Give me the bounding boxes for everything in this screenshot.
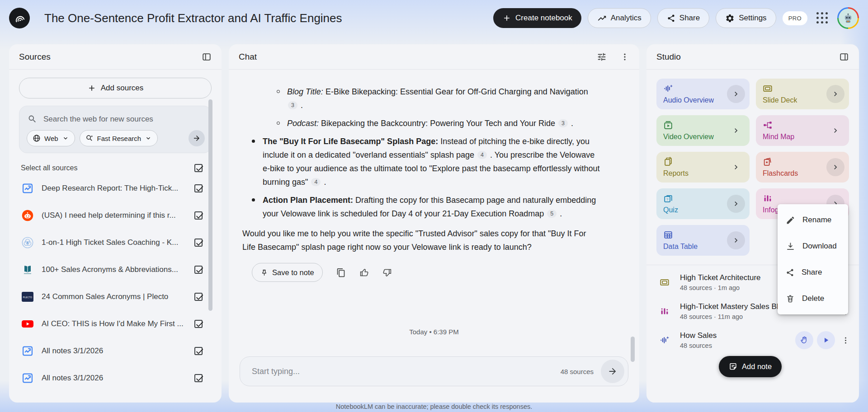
artifact-more-menu-icon[interactable] [839,333,853,347]
source-list-item[interactable]: (USA) I need help determining if this r.… [19,202,212,229]
chat-scrollbar[interactable] [631,337,635,362]
download-icon [786,242,795,251]
studio-tile-slide-deck[interactable]: Slide Deck [756,79,849,109]
studio-tile-label: Quiz [663,206,678,214]
menu-item-share[interactable]: Share [778,259,848,286]
chevron-right-icon[interactable] [826,158,844,176]
studio-tile-label: Reports [663,169,689,178]
plus-icon [502,14,511,23]
share-icon [786,268,794,277]
studio-tile-data-table[interactable]: Data Table [656,225,750,256]
source-list-item[interactable]: PLECTO24 Common Sales Acronyms | Plecto [19,283,212,310]
notebook-title[interactable]: The One-Sentence Profit Extractor and AI… [44,11,342,25]
chevron-right-icon[interactable] [727,85,745,103]
chevron-right-icon[interactable] [727,158,745,176]
source-list-item[interactable]: Deep Research Report: The High-Tick... [19,175,212,202]
select-all-checkbox[interactable] [194,164,203,172]
slide-deck-icon [763,84,797,94]
studio-artifact-row[interactable]: How Sales48 sources [646,326,859,355]
menu-item-download[interactable]: Download [778,233,848,259]
studio-tile-flashcards[interactable]: Flashcards [756,152,849,183]
studio-tile-mind-map[interactable]: Mind Map [756,115,849,146]
copy-icon[interactable] [336,268,346,277]
chat-more-menu-icon[interactable] [620,52,629,61]
chevron-right-icon[interactable] [826,85,844,103]
add-note-button[interactable]: Add note [719,356,782,377]
search-input[interactable]: Search the web for new sources [43,115,153,124]
source-checkbox[interactable] [194,293,203,301]
pencil-icon [786,215,795,225]
studio-tile-audio-overview[interactable]: Audio Overview [656,79,750,109]
search-sparkle-icon [85,134,94,142]
data-table-icon [663,230,698,240]
studio-tile-label: Data Table [663,243,698,251]
interactive-mode-button[interactable] [795,331,813,349]
trash-icon [786,294,795,303]
add-sources-button[interactable]: Add sources [19,78,212,98]
source-checkbox[interactable] [194,211,203,220]
share-button[interactable]: Share [657,8,709,28]
chevron-right-icon[interactable] [826,122,844,140]
citation-chip[interactable]: 5 [547,210,557,218]
source-checkbox[interactable] [194,266,203,274]
video-overview-icon [663,120,714,130]
citation-chip[interactable]: 4 [311,178,321,186]
chat-message: Blog Title: E-Bike Bikepacking: Essentia… [229,70,639,282]
chat-input[interactable]: Start typing... 48 sources [240,356,628,386]
chevron-right-icon[interactable] [727,195,745,213]
chevron-right-icon[interactable] [727,122,745,140]
send-button[interactable] [601,360,624,383]
select-all-sources-label: Select all sources [21,164,77,172]
collapse-studio-panel-icon[interactable] [839,52,849,62]
analytics-button[interactable]: Analytics [588,8,651,28]
source-list-item[interactable]: 1-on-1 High Ticket Sales Coaching - K... [19,229,212,256]
citation-chip[interactable]: 3 [288,101,297,109]
source-checkbox[interactable] [194,374,203,382]
source-list-item[interactable]: AI CEO: THIS is How I'd Make My First ..… [19,310,212,337]
mind-map-icon [763,120,794,130]
source-title: All notes 3/1/2026 [42,374,187,383]
menu-item-delete[interactable]: Delete [778,286,848,312]
thumbs-down-icon[interactable] [382,268,392,277]
google-apps-grid-icon[interactable] [816,12,828,24]
source-list-item[interactable]: All notes 3/1/2026 [19,337,212,365]
book-source-icon [21,263,34,276]
chat-panel: Chat Blog Title: E-Bike Bikepacking: Ess… [229,44,639,403]
source-checkbox[interactable] [194,347,203,355]
source-checkbox[interactable] [194,320,203,328]
studio-tile-quiz[interactable]: ?Quiz [656,188,750,219]
source-title: (USA) I need help determining if this r.… [42,211,187,220]
studio-tile-label: Mind Map [763,133,794,141]
web-filter-dropdown[interactable]: Web [27,130,75,146]
research-mode-dropdown[interactable]: Fast Research [80,130,158,146]
source-title: Deep Research Report: The High-Tick... [42,184,187,193]
source-title: AI CEO: THIS is How I'd Make My First ..… [42,319,187,328]
chevron-down-icon [145,135,152,142]
source-checkbox[interactable] [194,184,203,192]
submit-search-button[interactable] [189,130,205,146]
menu-item-label: Delete [802,294,824,303]
source-list-item[interactable]: All notes 3/1/2026 [19,365,212,392]
gear-icon [725,14,735,23]
thumbs-up-icon[interactable] [359,268,369,277]
menu-item-rename[interactable]: Rename [778,207,848,233]
collapse-sources-panel-icon[interactable] [202,52,212,62]
studio-tile-reports[interactable]: Reports [656,152,750,183]
settings-button[interactable]: Settings [716,8,776,28]
artifact-context-menu: RenameDownloadShareDelete [778,204,848,314]
studio-tile-label: Flashcards [763,169,798,178]
chat-settings-icon[interactable] [597,52,607,62]
source-checkbox[interactable] [194,239,203,247]
citation-chip[interactable]: 4 [477,151,487,159]
chevron-right-icon[interactable] [727,231,745,249]
save-to-note-button[interactable]: Save to note [252,263,323,282]
chat-bullet-item: Action Plan Placement: Drafting the copy… [242,193,600,220]
notebooklm-logo-icon[interactable] [9,8,30,28]
account-avatar[interactable] [837,7,859,29]
studio-tile-video-overview[interactable]: Video Overview [656,115,750,146]
play-button[interactable] [817,331,835,349]
sources-scrollbar[interactable] [208,99,212,311]
source-list-item[interactable]: 100+ Sales Acronyms & Abbreviations... [19,256,212,283]
create-notebook-button[interactable]: Create notebook [493,8,581,28]
citation-chip[interactable]: 3 [558,119,568,127]
